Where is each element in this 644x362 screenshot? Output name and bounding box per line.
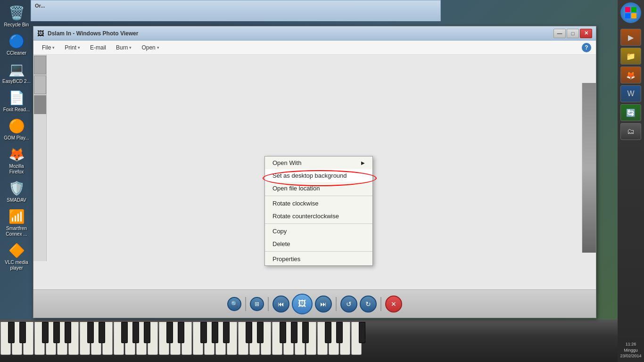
ctx-set-desktop-bg[interactable]: Set as desktop background xyxy=(265,169,372,182)
viewer-menubar: File ▾ Print ▾ E-mail Burn ▾ Open ▾ ? xyxy=(33,41,596,55)
folder-icon[interactable]: 📁 xyxy=(620,48,641,65)
close-button[interactable]: ✕ xyxy=(580,29,592,38)
piano-key xyxy=(246,322,252,343)
foxit-reader-icon: 📄 xyxy=(8,89,25,106)
menu-file[interactable]: File ▾ xyxy=(38,43,58,52)
piano-key xyxy=(257,322,264,343)
ctx-copy[interactable]: Copy xyxy=(265,225,372,238)
piano-key xyxy=(223,322,230,343)
svg-rect-1 xyxy=(631,7,636,12)
photo-viewer-window: 🖼 Dslam In - Windows Photo Viewer — □ ✕ … xyxy=(33,26,596,318)
clock-day: Minggu xyxy=(624,347,638,354)
piano-key xyxy=(212,322,218,343)
ctx-rotate-counterclockwise[interactable]: Rotate counterclockwise xyxy=(265,210,372,222)
clock-time: 11:26 xyxy=(626,341,636,347)
toolbar-separator xyxy=(268,297,269,311)
viewer-icon: 🖼 xyxy=(37,30,45,37)
desktop-icon-smartfren[interactable]: 📶 Smartfren Connex ... xyxy=(1,206,32,239)
desktop-icon-recycle-bin[interactable]: 🗑️ Recycle Bin xyxy=(1,2,32,30)
next-button[interactable]: ⏭ xyxy=(315,296,332,313)
desktop-icon-easybcd[interactable]: 💻 EasyBCD 2... xyxy=(1,59,32,86)
desktop-icon-vlc[interactable]: 🔶 VLC media player xyxy=(1,240,32,273)
rotate-cw-button[interactable]: ↻ xyxy=(360,296,377,313)
firefox-icon[interactable]: 🦊 xyxy=(620,66,641,83)
ctx-separator-2 xyxy=(265,223,372,224)
minimize-button[interactable]: — xyxy=(553,29,566,38)
menu-print[interactable]: Print ▾ xyxy=(61,43,84,52)
open-menu-arrow: ▾ xyxy=(157,45,159,50)
desktop-icon-smadav[interactable]: 🛡️ SMADAV xyxy=(1,178,32,205)
titlebar-buttons: — □ ✕ xyxy=(553,29,592,38)
svg-rect-2 xyxy=(625,13,630,18)
ctx-properties[interactable]: Properties xyxy=(265,253,372,265)
piano-key xyxy=(19,322,26,343)
piano-key xyxy=(42,322,49,343)
desktop-bottom-area xyxy=(0,320,644,362)
word-icon[interactable]: W xyxy=(620,85,641,102)
thumbnail-item[interactable] xyxy=(34,95,46,114)
maximize-button[interactable]: □ xyxy=(567,29,579,38)
ctx-open-with[interactable]: Open With ▶ xyxy=(265,156,372,169)
desktop-icon-gom-player[interactable]: 🟠 GOM Play... xyxy=(1,115,32,143)
vlc-icon: 🔶 xyxy=(8,242,25,259)
ccleaner-label: CCleaner xyxy=(7,50,26,56)
view-button[interactable]: 🖼 xyxy=(292,294,313,314)
desktop-icon-foxit-reader[interactable]: 📄 Foxit Read... xyxy=(1,87,32,115)
bg-window-title: Or... xyxy=(31,0,440,11)
piano-key xyxy=(336,322,343,343)
system-clock: 11:26 Minggu 23/02/2014 xyxy=(618,338,644,362)
ccleaner-icon: 🔵 xyxy=(8,33,25,49)
smadav-label: SMADAV xyxy=(7,197,26,203)
right-sidebar: ▶📁🦊W🔄🗂 xyxy=(618,0,644,362)
viewer-content: Open With ▶ Set as desktop background Op… xyxy=(33,55,596,289)
menu-email[interactable]: E-mail xyxy=(86,43,110,52)
piano-key xyxy=(200,322,207,343)
svg-rect-3 xyxy=(631,13,636,18)
desktop: 🗑️ Recycle Bin 🔵 CCleaner 💻 EasyBCD 2...… xyxy=(0,0,644,362)
piano-key xyxy=(144,322,150,343)
menu-open[interactable]: Open ▾ xyxy=(138,43,163,52)
help-button[interactable]: ? xyxy=(582,43,591,52)
piano-keys xyxy=(0,320,644,362)
image-thumbnail-strip xyxy=(582,83,596,253)
update-icon[interactable]: 🔄 xyxy=(620,104,641,121)
viewer-title: Dslam In - Windows Photo Viewer xyxy=(48,30,553,37)
slideshow-button[interactable]: ⊞ xyxy=(250,297,264,311)
piano-key xyxy=(359,322,365,343)
ctx-rotate-clockwise[interactable]: Rotate clockwise xyxy=(265,197,372,210)
desktop-icon-ccleaner[interactable]: 🔵 CCleaner xyxy=(1,31,32,58)
thumbnail-item[interactable] xyxy=(34,75,46,94)
toolbar-separator xyxy=(380,297,381,311)
piano-key xyxy=(325,322,331,343)
windows-logo xyxy=(620,2,641,23)
burn-menu-arrow: ▾ xyxy=(129,45,132,50)
ctx-open-file-location[interactable]: Open file location xyxy=(265,182,372,195)
easybcd-icon: 💻 xyxy=(8,61,25,78)
desktop-icon-mozilla-firefox[interactable]: 🦊 Mozilla Firefox xyxy=(1,144,32,177)
prev-button[interactable]: ⏮ xyxy=(272,296,289,313)
piano-key xyxy=(87,322,94,343)
piano-key xyxy=(291,322,297,343)
ctx-separator-1 xyxy=(265,196,372,196)
smartfren-icon: 📶 xyxy=(8,208,25,225)
piano-key xyxy=(65,322,71,343)
search-button[interactable]: 🔍 xyxy=(227,297,241,311)
context-menu: Open With ▶ Set as desktop background Op… xyxy=(264,156,373,266)
menu-burn[interactable]: Burn ▾ xyxy=(112,43,135,52)
rotate-ccw-button[interactable]: ↺ xyxy=(340,296,357,313)
ctx-delete[interactable]: Delete xyxy=(265,238,372,250)
thumbnail-strip xyxy=(33,55,47,261)
piano-key xyxy=(178,322,184,343)
toolbar-separator xyxy=(336,297,337,311)
recycle-bin-icon: 🗑️ xyxy=(8,4,25,21)
piano-key xyxy=(99,322,105,343)
delete-button[interactable]: ✕ xyxy=(385,296,402,313)
piano-key xyxy=(302,322,309,343)
foxit-reader-label: Foxit Read... xyxy=(3,107,30,113)
piano-key xyxy=(166,322,173,343)
play-icon[interactable]: ▶ xyxy=(620,29,641,46)
gom-player-icon: 🟠 xyxy=(8,117,25,134)
toolbar-separator xyxy=(245,297,246,311)
thumbnail-item[interactable] xyxy=(34,56,46,74)
files-icon[interactable]: 🗂 xyxy=(620,123,641,140)
